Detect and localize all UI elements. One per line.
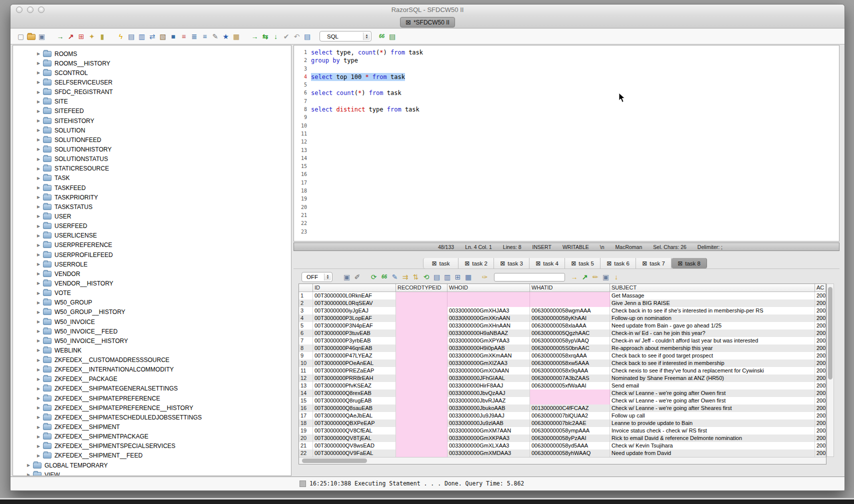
next-result-icon[interactable]: → [569,272,580,282]
cell-ac[interactable]: 200 [815,360,826,367]
close-document-icon[interactable]: ⊠ [406,19,411,26]
cell-n[interactable]: 17 [299,412,313,420]
cell-ac[interactable]: 200 [815,374,826,382]
copy-results-icon[interactable]: ⊞ [452,272,463,282]
tree-item-solutionfeed[interactable]: ▶SOLUTIONFEED [13,135,291,144]
result-tab-task-5[interactable]: ⊠task 5 [565,258,600,268]
tree-item-vote[interactable]: ▶VOTE [13,288,291,298]
disclosure-triangle-icon[interactable]: ▶ [36,234,41,238]
tree-item-zkfedex-shipment[interactable]: ▶ZKFEDEX__SHIPMENT [13,422,291,432]
tree-item-vendor-history[interactable]: ▶VENDOR__HISTORY [13,278,291,288]
disclosure-triangle-icon[interactable]: ▶ [36,224,41,228]
cell-id[interactable]: 00T3000000QV8TjEAL [313,434,396,442]
cell-ac[interactable]: 200 [815,390,826,397]
cell-ac[interactable]: 200 [815,292,826,300]
cell-whatid[interactable]: 006300000058yd5AAA [530,442,610,450]
results-form-icon[interactable]: ▤ [387,32,398,41]
cell-n[interactable]: 5 [299,322,313,330]
cell-whatid[interactable]: 00630000007blc2AAE [530,420,610,427]
table-row[interactable]: 1300T3000000PfvKSEAZ0033000000HirF8AAJ00… [299,382,826,390]
disclosure-triangle-icon[interactable]: ▶ [36,100,41,104]
book-icon[interactable]: ■ [168,32,178,41]
down-arrow-icon[interactable]: ↓ [270,32,281,41]
cell-rtid[interactable] [396,314,448,322]
table-row[interactable]: 400T3000000P3LopEAF0033000000GmXKnAAN006… [299,314,826,322]
sql-mode-select[interactable]: SQL ▲▼ [320,31,372,42]
table-row[interactable]: 300T30000000iyJgEAJ0033000000GmXHJAA3006… [299,307,826,314]
copy-table-icon[interactable]: ▦ [463,272,474,282]
table-row[interactable]: 700T3000000P3yrbEAB0033000000GmXPYAA3006… [299,337,826,344]
cell-subject[interactable]: Need update from David [610,450,815,457]
describe-form-icon[interactable]: ▤ [126,32,136,41]
cell-whoid[interactable]: 0033000000GmXLXAA3 [448,442,530,450]
result-table[interactable]: IDRECORDTYPEIDWHOIDWHATIDSUBJECTAC100T30… [298,284,826,464]
cell-rtid[interactable] [396,352,448,360]
disclosure-triangle-icon[interactable]: ▶ [36,320,41,324]
column-header-ac[interactable]: AC [815,284,826,292]
titlebar[interactable]: RazorSQL - SFDCW50 II [10,4,844,16]
save-grid-icon[interactable]: ▣ [600,272,611,282]
cell-ac[interactable]: 200 [815,397,826,404]
cell-id[interactable]: 00T3000000Q8rexEAB [313,390,396,397]
tree-item-w50-invoice[interactable]: ▶W50_INVOICE [13,317,291,326]
cell-whatid[interactable] [530,390,610,397]
cell-subject[interactable]: Follow-up on nomination [610,314,815,322]
disclosure-triangle-icon[interactable]: ▶ [36,252,41,257]
tree-item-solution[interactable]: ▶SOLUTION [13,126,291,135]
cell-id[interactable]: 00T3000000POeAnEAL [313,360,396,367]
cell-ac[interactable]: 200 [815,300,826,307]
cell-ac[interactable]: 200 [815,450,826,457]
disclosure-triangle-icon[interactable]: ▶ [36,348,41,352]
cell-subject[interactable]: Check w/ Kevin Tsujihara [610,442,815,450]
cell-whatid[interactable]: 006300000058wgmAAA [530,307,610,314]
cell-whoid[interactable] [448,300,530,307]
table-row[interactable]: 100T3000000L0RknEAFGet Massage200 [299,292,826,300]
cell-whoid[interactable]: 0033000000GmXOiAAN [448,367,530,374]
disclosure-triangle-icon[interactable]: ▶ [26,463,31,468]
table-row[interactable]: 600T3000000P3tuvEAB0033000000H9aNBAAZ006… [299,330,826,337]
cell-whoid[interactable]: 0033000000H9i0pAAB [448,344,530,352]
table-row[interactable]: 1600T3000000Q8sauEAB0033000000JbukoAAB00… [299,404,826,412]
close-tab-icon[interactable]: ⊠ [432,260,436,267]
paste-rows-icon[interactable]: ⇉ [400,272,410,282]
cell-id[interactable]: 00T3000000Q8sauEAB [313,404,396,412]
editor-line[interactable]: 14 [294,154,839,162]
editor-line[interactable]: 19 [294,195,839,203]
export-results-icon[interactable]: ↗ [580,272,590,282]
tree-item-zkfedex-shipment-feed[interactable]: ▶ZKFEDEX__SHIPMENT__FEED [13,451,291,460]
table-row[interactable]: 2000T3000000QV8TjEAL0033000000GmXKPAA300… [299,434,826,442]
cell-whatid[interactable]: 006300000058yPzAAI [530,434,610,442]
cell-whatid[interactable]: 00630000005S0bnAAC [530,344,610,352]
refresh-sql-icon[interactable]: ⇄ [147,32,158,41]
add-note-icon[interactable]: ✏ [590,272,600,282]
rows-icon[interactable]: ≡ [178,32,189,41]
cell-subject[interactable]: Need update from Bain - gave go ahead 1/… [610,322,815,330]
result-search-input[interactable] [494,273,565,282]
tree-item-view[interactable]: ▶VIEW [13,470,291,476]
tree-item-weblink[interactable]: ▶WEBLINK [13,346,291,355]
editor-line[interactable]: 3 [294,65,839,73]
tree-item-zkfedex-shipmatepreference[interactable]: ▶ZKFEDEX__SHIPMATEPREFERENCE [13,394,291,403]
disclosure-triangle-icon[interactable]: ▶ [36,52,41,56]
disclosure-triangle-icon[interactable]: ▶ [36,118,41,123]
cell-id[interactable]: 00T3000000PRR8rEAH [313,374,396,382]
cell-n[interactable]: 12 [299,374,313,382]
tree-item-selfserviceuser[interactable]: ▶SELFSERVICEUSER [13,78,291,87]
tree-item-w50-group-history[interactable]: ▶W50_GROUP__HISTORY [13,308,291,317]
save-results-icon[interactable]: ▣ [342,272,352,282]
editor-line[interactable]: 8select distinct type from task [294,106,839,114]
table-row[interactable]: 1800T3000000QBXPeEAP0033000000Ju9zlAAB00… [299,420,826,427]
vertical-scrollbar[interactable] [826,284,834,457]
tree-item-sitehistory[interactable]: ▶SITEHISTORY [13,116,291,126]
cell-whatid[interactable]: 006300000058xlaAAA [530,322,610,330]
filter-icon[interactable]: ✐ [352,272,362,282]
cell-id[interactable]: 00T3000000PREZaEAP [313,367,396,374]
rollback-undo-icon[interactable]: ↶ [292,32,302,41]
cell-rtid[interactable] [396,427,448,434]
editor-line[interactable]: 6select count(*) from task [294,89,839,97]
disclosure-triangle-icon[interactable]: ▶ [36,396,41,400]
tree-item-userpreference[interactable]: ▶USERPREFERENCE [13,240,291,250]
disclosure-triangle-icon[interactable]: ▶ [36,444,41,448]
cell-id[interactable]: 00T3000000QV9FaEAL [313,450,396,457]
editor-line[interactable]: 20 [294,204,839,212]
